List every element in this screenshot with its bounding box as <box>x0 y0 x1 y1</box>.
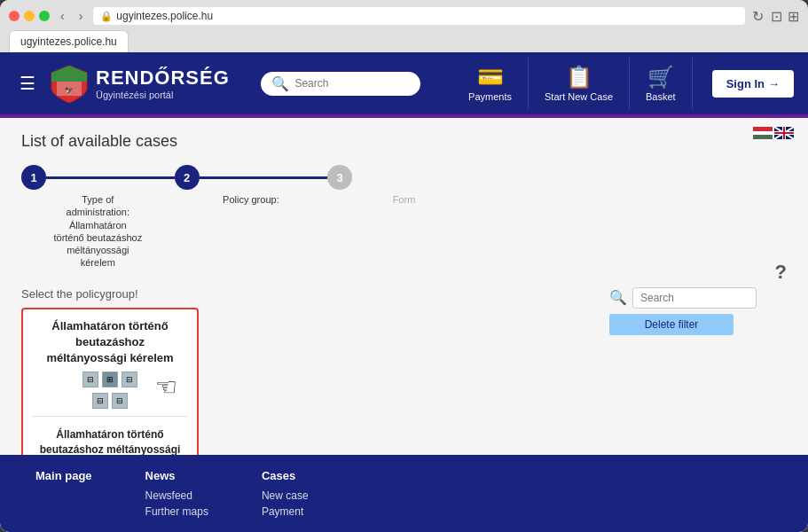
sign-in-button[interactable]: Sign In → <box>712 70 794 98</box>
hamburger-button[interactable]: ☰ <box>14 69 41 98</box>
search-input[interactable] <box>294 77 410 90</box>
step-2-label: Policy group: <box>223 193 279 206</box>
svg-rect-4 <box>753 135 773 139</box>
new-tab-button[interactable]: ⊞ <box>788 8 799 25</box>
step-1-circle: 1 <box>21 165 46 190</box>
flag-icons[interactable] <box>753 127 794 139</box>
filter-search-icon: 🔍 <box>609 289 627 306</box>
step-1-line <box>46 176 175 179</box>
help-icon[interactable]: ? <box>775 261 787 284</box>
search-filter-area: 🔍 Delete filter <box>609 287 787 335</box>
footer-cases-link-1[interactable]: New case <box>262 489 309 502</box>
payments-icon: 💳 <box>477 65 504 90</box>
en-flag-icon[interactable] <box>774 127 794 139</box>
delete-filter-button[interactable]: Delete filter <box>609 314 733 335</box>
page-title: List of available cases <box>21 132 787 151</box>
sign-in-arrow-icon: → <box>768 77 780 90</box>
svg-rect-3 <box>753 131 773 135</box>
logo-shield-icon: 🦅 <box>50 64 89 103</box>
select-label: Select the policygroup! <box>21 287 595 301</box>
back-nav-button[interactable]: ‹ <box>57 7 68 25</box>
footer-cases-link-2[interactable]: Payment <box>262 505 309 518</box>
step-3-label: Form <box>393 193 416 206</box>
footer-col-cases: Cases New case Payment <box>262 469 309 518</box>
sign-in-label: Sign In <box>726 77 765 90</box>
delete-filter-label: Delete filter <box>645 318 699 331</box>
svg-rect-11 <box>774 132 794 134</box>
nav-item-start-new-case[interactable]: 📋 Start New Case <box>529 58 630 109</box>
step-3-circle: 3 <box>327 165 352 190</box>
policy-option[interactable]: Államhatáron történőbeutazáshoz méltányo… <box>32 424 188 455</box>
step-2-line <box>200 176 328 179</box>
nav-item-payments[interactable]: 💳 Payments <box>452 58 529 109</box>
logo-area: 🦅 RENDŐRSÉG Ügyintézési portál <box>50 64 230 103</box>
footer-news-link-2[interactable]: Further maps <box>145 505 208 518</box>
payments-label: Payments <box>468 91 512 102</box>
url-bar[interactable]: 🔒 ugyintezes.police.hu <box>93 7 745 25</box>
basket-label: Basket <box>646 91 676 102</box>
close-button[interactable] <box>9 11 20 21</box>
share-button[interactable]: ⊡ <box>771 8 782 25</box>
card-icon-1: ⊟ <box>82 372 98 387</box>
search-icon: 🔍 <box>271 75 289 92</box>
step-3: 3 Form <box>327 165 481 206</box>
step-2: 2 Policy group: <box>175 165 328 206</box>
card-icon-3: ⊟ <box>122 372 137 387</box>
hu-flag-icon[interactable] <box>753 127 773 139</box>
stepper: 1 Type of administration: Államhatáron t… <box>21 165 481 270</box>
step-2-circle: 2 <box>175 165 200 190</box>
header-search-bar[interactable]: 🔍 <box>261 72 420 96</box>
nav-item-basket[interactable]: 🛒 Basket <box>630 58 693 109</box>
tab-label: ugyintezes.police.hu <box>20 35 117 48</box>
footer-col-main-page: Main page <box>35 469 92 518</box>
maximize-button[interactable] <box>39 11 50 21</box>
url-text: ugyintezes.police.hu <box>116 10 213 22</box>
card-icon-5: ⊟ <box>112 393 128 409</box>
policy-card-divider <box>32 416 188 417</box>
lock-icon: 🔒 <box>100 11 113 22</box>
footer-main-page-title: Main page <box>35 469 92 482</box>
footer-news-link-1[interactable]: Newsfeed <box>145 489 208 502</box>
policy-card-icons: ⊟ ⊞ ⊟ <box>32 372 188 387</box>
logo-text: RENDŐRSÉG Ügyintézési portál <box>96 66 230 100</box>
filter-search-input[interactable] <box>632 287 757 309</box>
forward-nav-button[interactable]: › <box>75 7 87 25</box>
minimize-button[interactable] <box>24 11 35 21</box>
site-footer: Main page News Newsfeed Further maps Cas… <box>0 455 808 532</box>
basket-icon: 🛒 <box>647 65 674 90</box>
svg-text:🦅: 🦅 <box>65 86 74 95</box>
active-tab[interactable]: ugyintezes.police.hu <box>9 30 129 52</box>
start-new-case-label: Start New Case <box>545 91 613 102</box>
step-1: 1 Type of administration: Államhatáron t… <box>21 165 175 270</box>
card-icon-2: ⊞ <box>102 372 118 387</box>
start-new-case-icon: 📋 <box>566 65 592 90</box>
reload-button[interactable]: ↻ <box>752 8 764 25</box>
footer-cases-title: Cases <box>262 469 309 482</box>
svg-rect-2 <box>753 127 773 131</box>
footer-col-news: News Newsfeed Further maps <box>145 469 208 518</box>
footer-news-title: News <box>145 469 208 482</box>
policy-card-title: Államhatáron történőbeutazáshozméltányos… <box>32 318 188 367</box>
step-1-label: Type of administration: Államhatáron tör… <box>53 193 142 270</box>
card-icon-4: ⊟ <box>92 393 108 409</box>
policy-card[interactable]: Államhatáron történőbeutazáshozméltányos… <box>21 308 199 455</box>
